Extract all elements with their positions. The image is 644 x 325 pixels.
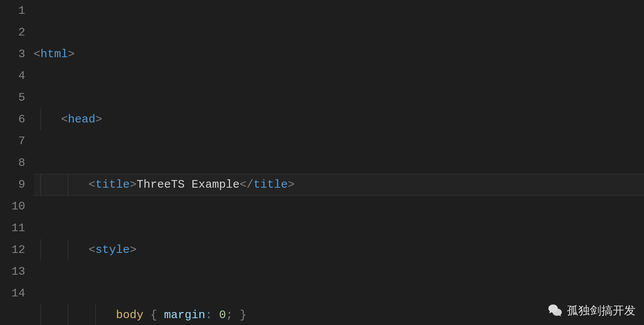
watermark: 孤独剑搞开发 [547,299,636,321]
code-line[interactable]: <style> [34,239,644,261]
punct-colon: : [205,309,212,322]
punct-lt: < [240,178,246,191]
punct-semi: ; [226,309,233,322]
line-number-gutter: 1 2 3 4 5 6 7 8 9 10 11 12 13 14 [0,0,34,325]
code-editor[interactable]: 1 2 3 4 5 6 7 8 9 10 11 12 13 14 <html> … [0,0,644,325]
css-num: 0 [219,309,226,322]
line-number: 7 [0,130,25,152]
punct-gt: > [288,178,295,191]
line-number: 1 [0,0,25,22]
punct-lt: < [34,48,40,61]
punct-lt: < [89,243,95,256]
punct-gt: > [95,113,102,126]
line-number: 2 [0,22,25,43]
css-selector-body: body [116,309,143,322]
tag-html: html [40,48,68,61]
punct-gt: > [130,243,137,256]
punct-gt: > [68,48,75,61]
line-number: 5 [0,87,25,109]
punct-brace-open: { [150,309,157,322]
line-number: 13 [0,261,25,283]
line-number: 9 [0,174,25,196]
line-number: 10 [0,196,25,217]
punct-brace-close: } [240,309,246,322]
code-area[interactable]: <html> <head> <title>ThreeTS Example</ti… [34,0,644,325]
code-line-current[interactable]: <title>ThreeTS Example</title> [34,174,644,196]
line-number: 6 [0,109,25,130]
line-number: 3 [0,43,25,65]
code-line[interactable]: <head> [34,109,644,130]
tag-head: head [68,113,95,126]
tag-style: style [95,243,130,256]
tag-title-close: title [253,178,288,191]
punct-slash: / [246,178,253,191]
punct-gt: > [130,178,137,191]
chat-bubble-icon [547,302,563,319]
line-number: 12 [0,239,25,261]
tag-title: title [95,178,130,191]
line-number: 8 [0,152,25,174]
line-number: 11 [0,217,25,239]
code-line[interactable]: <html> [34,43,644,65]
line-number: 14 [0,283,25,304]
punct-lt: < [89,178,95,191]
punct-lt: < [61,113,68,126]
css-prop-margin: margin [164,309,205,322]
watermark-text: 孤独剑搞开发 [567,299,636,321]
line-number: 4 [0,65,25,87]
title-text: ThreeTS Example [137,178,240,191]
